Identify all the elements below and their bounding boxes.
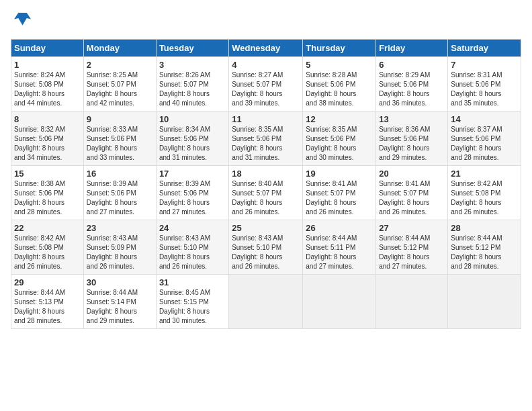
day-number: 24 <box>159 223 226 233</box>
day-info: Sunrise: 8:43 AMSunset: 5:10 PMDaylight:… <box>159 234 226 271</box>
table-row: 21Sunrise: 8:42 AMSunset: 5:08 PMDayligh… <box>448 166 521 220</box>
day-info: Sunrise: 8:37 AMSunset: 5:06 PMDaylight:… <box>451 125 518 163</box>
table-row <box>376 275 448 329</box>
week-row-5: 29Sunrise: 8:44 AMSunset: 5:13 PMDayligh… <box>11 275 521 329</box>
day-info: Sunrise: 8:42 AMSunset: 5:08 PMDaylight:… <box>14 234 81 271</box>
day-number: 9 <box>87 114 153 124</box>
week-row-2: 8Sunrise: 8:32 AMSunset: 5:06 PMDaylight… <box>11 111 521 166</box>
table-row <box>303 275 376 329</box>
day-number: 31 <box>159 277 226 287</box>
day-info: Sunrise: 8:45 AMSunset: 5:15 PMDaylight:… <box>159 288 226 326</box>
day-number: 6 <box>379 60 445 70</box>
week-row-1: 1Sunrise: 8:24 AMSunset: 5:08 PMDaylight… <box>11 57 521 111</box>
day-number: 15 <box>14 169 81 179</box>
col-header-wednesday: Wednesday <box>229 40 303 57</box>
day-info: Sunrise: 8:41 AMSunset: 5:07 PMDaylight:… <box>379 179 445 217</box>
svg-marker-0 <box>14 13 31 26</box>
table-row: 16Sunrise: 8:39 AMSunset: 5:06 PMDayligh… <box>83 166 156 220</box>
table-row: 8Sunrise: 8:32 AMSunset: 5:06 PMDaylight… <box>11 111 84 166</box>
col-header-sunday: Sunday <box>11 40 84 57</box>
table-row: 13Sunrise: 8:36 AMSunset: 5:06 PMDayligh… <box>376 111 448 166</box>
week-row-3: 15Sunrise: 8:38 AMSunset: 5:06 PMDayligh… <box>11 166 521 220</box>
day-info: Sunrise: 8:35 AMSunset: 5:06 PMDaylight:… <box>232 125 300 163</box>
table-row <box>448 275 521 329</box>
day-info: Sunrise: 8:36 AMSunset: 5:06 PMDaylight:… <box>379 125 445 163</box>
day-info: Sunrise: 8:43 AMSunset: 5:10 PMDaylight:… <box>232 234 300 271</box>
table-row: 24Sunrise: 8:43 AMSunset: 5:10 PMDayligh… <box>156 220 228 275</box>
day-info: Sunrise: 8:44 AMSunset: 5:11 PMDaylight:… <box>306 234 373 271</box>
day-info: Sunrise: 8:28 AMSunset: 5:06 PMDaylight:… <box>306 71 373 108</box>
day-number: 30 <box>87 277 153 287</box>
table-row: 25Sunrise: 8:43 AMSunset: 5:10 PMDayligh… <box>229 220 303 275</box>
table-row: 29Sunrise: 8:44 AMSunset: 5:13 PMDayligh… <box>11 275 84 329</box>
day-number: 5 <box>306 60 373 70</box>
day-number: 8 <box>14 114 81 124</box>
day-number: 3 <box>159 60 226 70</box>
table-row: 28Sunrise: 8:44 AMSunset: 5:12 PMDayligh… <box>448 220 521 275</box>
calendar-body: 1Sunrise: 8:24 AMSunset: 5:08 PMDaylight… <box>11 57 521 329</box>
day-number: 26 <box>306 223 373 233</box>
table-row: 10Sunrise: 8:34 AMSunset: 5:06 PMDayligh… <box>156 111 228 166</box>
table-row <box>229 275 303 329</box>
calendar-table: SundayMondayTuesdayWednesdayThursdayFrid… <box>11 39 521 329</box>
day-number: 19 <box>306 169 373 179</box>
day-info: Sunrise: 8:27 AMSunset: 5:07 PMDaylight:… <box>232 71 300 108</box>
day-info: Sunrise: 8:26 AMSunset: 5:07 PMDaylight:… <box>159 71 226 108</box>
table-row: 20Sunrise: 8:41 AMSunset: 5:07 PMDayligh… <box>376 166 448 220</box>
day-info: Sunrise: 8:41 AMSunset: 5:07 PMDaylight:… <box>306 179 373 217</box>
page: SundayMondayTuesdayWednesdayThursdayFrid… <box>0 0 532 411</box>
table-row: 31Sunrise: 8:45 AMSunset: 5:15 PMDayligh… <box>156 275 228 329</box>
table-row: 18Sunrise: 8:40 AMSunset: 5:07 PMDayligh… <box>229 166 303 220</box>
table-row: 15Sunrise: 8:38 AMSunset: 5:06 PMDayligh… <box>11 166 84 220</box>
day-info: Sunrise: 8:35 AMSunset: 5:06 PMDaylight:… <box>306 125 373 163</box>
day-info: Sunrise: 8:43 AMSunset: 5:09 PMDaylight:… <box>87 234 153 271</box>
table-row: 9Sunrise: 8:33 AMSunset: 5:06 PMDaylight… <box>83 111 156 166</box>
logo-icon <box>12 11 31 30</box>
table-row: 2Sunrise: 8:25 AMSunset: 5:07 PMDaylight… <box>83 57 156 111</box>
day-info: Sunrise: 8:42 AMSunset: 5:08 PMDaylight:… <box>451 179 518 217</box>
day-info: Sunrise: 8:44 AMSunset: 5:12 PMDaylight:… <box>379 234 445 271</box>
day-number: 29 <box>14 277 81 287</box>
day-number: 27 <box>379 223 445 233</box>
day-info: Sunrise: 8:34 AMSunset: 5:06 PMDaylight:… <box>159 125 226 163</box>
day-number: 23 <box>87 223 153 233</box>
table-row: 6Sunrise: 8:29 AMSunset: 5:06 PMDaylight… <box>376 57 448 111</box>
table-row: 12Sunrise: 8:35 AMSunset: 5:06 PMDayligh… <box>303 111 376 166</box>
day-number: 18 <box>232 169 300 179</box>
col-header-thursday: Thursday <box>303 40 376 57</box>
table-row: 17Sunrise: 8:39 AMSunset: 5:06 PMDayligh… <box>156 166 228 220</box>
table-row: 1Sunrise: 8:24 AMSunset: 5:08 PMDaylight… <box>11 57 84 111</box>
day-number: 10 <box>159 114 226 124</box>
table-row: 19Sunrise: 8:41 AMSunset: 5:07 PMDayligh… <box>303 166 376 220</box>
day-info: Sunrise: 8:39 AMSunset: 5:06 PMDaylight:… <box>159 179 226 217</box>
day-info: Sunrise: 8:40 AMSunset: 5:07 PMDaylight:… <box>232 179 300 217</box>
day-number: 17 <box>159 169 226 179</box>
day-number: 14 <box>451 114 518 124</box>
day-info: Sunrise: 8:44 AMSunset: 5:12 PMDaylight:… <box>451 234 518 271</box>
day-number: 7 <box>451 60 518 70</box>
day-number: 1 <box>14 60 81 70</box>
col-header-monday: Monday <box>83 40 156 57</box>
table-row: 22Sunrise: 8:42 AMSunset: 5:08 PMDayligh… <box>11 220 84 275</box>
day-number: 22 <box>14 223 81 233</box>
day-number: 13 <box>379 114 445 124</box>
day-info: Sunrise: 8:44 AMSunset: 5:13 PMDaylight:… <box>14 288 81 326</box>
table-row: 30Sunrise: 8:44 AMSunset: 5:14 PMDayligh… <box>83 275 156 329</box>
day-info: Sunrise: 8:24 AMSunset: 5:08 PMDaylight:… <box>14 71 81 108</box>
day-number: 28 <box>451 223 518 233</box>
day-info: Sunrise: 8:25 AMSunset: 5:07 PMDaylight:… <box>87 71 153 108</box>
table-row: 23Sunrise: 8:43 AMSunset: 5:09 PMDayligh… <box>83 220 156 275</box>
table-row: 14Sunrise: 8:37 AMSunset: 5:06 PMDayligh… <box>448 111 521 166</box>
table-row: 4Sunrise: 8:27 AMSunset: 5:07 PMDaylight… <box>229 57 303 111</box>
day-info: Sunrise: 8:39 AMSunset: 5:06 PMDaylight:… <box>87 179 153 217</box>
col-header-friday: Friday <box>376 40 448 57</box>
header <box>11 11 521 32</box>
day-info: Sunrise: 8:32 AMSunset: 5:06 PMDaylight:… <box>14 125 81 163</box>
day-info: Sunrise: 8:31 AMSunset: 5:06 PMDaylight:… <box>451 71 518 108</box>
day-number: 2 <box>87 60 153 70</box>
day-number: 12 <box>306 114 373 124</box>
day-number: 16 <box>87 169 153 179</box>
table-row: 26Sunrise: 8:44 AMSunset: 5:11 PMDayligh… <box>303 220 376 275</box>
table-row: 3Sunrise: 8:26 AMSunset: 5:07 PMDaylight… <box>156 57 228 111</box>
day-number: 4 <box>232 60 300 70</box>
